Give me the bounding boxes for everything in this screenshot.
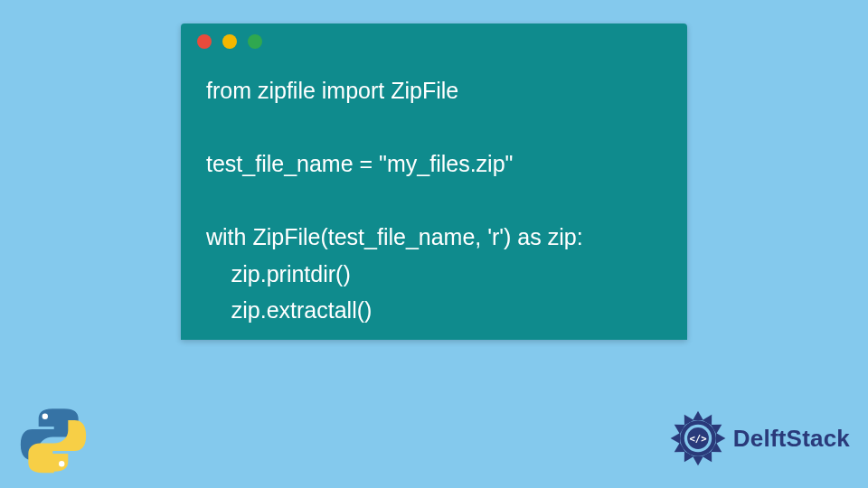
code-window: from zipfile import ZipFile test_file_na… — [181, 23, 687, 340]
svg-marker-11 — [670, 433, 680, 444]
window-titlebar — [181, 23, 687, 60]
code-line: with ZipFile(test_file_name, 'r') as zip… — [206, 224, 583, 249]
minimize-icon — [222, 34, 237, 49]
code-line: zip.printdir() — [206, 261, 351, 286]
code-line: from zipfile import ZipFile — [206, 78, 458, 103]
svg-marker-2 — [693, 411, 703, 421]
svg-text:</>: </> — [689, 433, 706, 444]
brand-logo: </> DelftStack — [668, 408, 850, 468]
svg-point-0 — [42, 414, 48, 419]
gear-icon: </> — [668, 408, 728, 468]
code-content: from zipfile import ZipFile test_file_na… — [181, 60, 687, 347]
maximize-icon — [248, 34, 262, 49]
python-logo-icon — [18, 405, 89, 475]
code-line: test_file_name = "my_files.zip" — [206, 151, 513, 176]
close-icon — [197, 34, 212, 49]
brand-name: DelftStack — [733, 425, 850, 453]
svg-point-1 — [59, 461, 64, 466]
svg-marker-5 — [716, 433, 726, 444]
svg-marker-8 — [693, 456, 703, 466]
code-line: zip.extractall() — [206, 297, 372, 323]
